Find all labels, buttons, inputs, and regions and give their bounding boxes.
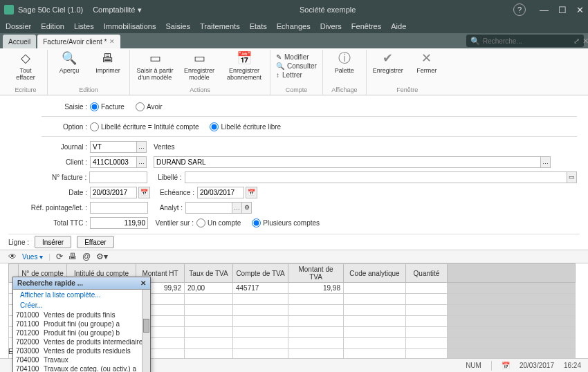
col-quantite[interactable]: Quantité bbox=[406, 264, 448, 283]
minimize-button[interactable]: — bbox=[540, 5, 549, 15]
list-item[interactable]: 701200Produit fini (ou groupe) b bbox=[13, 328, 150, 337]
tout-effacer-button[interactable]: ◇ Tout effacer bbox=[10, 50, 42, 82]
saisie-avoir-radio[interactable]: Avoir bbox=[136, 102, 163, 111]
col-montant-tva[interactable]: Montant de TVA bbox=[288, 264, 344, 283]
date-label: Date : bbox=[42, 189, 90, 196]
saisir-modele-button[interactable]: ▭ Saisir à partir d'un modèle bbox=[136, 50, 174, 82]
apercu-button[interactable]: 🔍 Aperçu bbox=[53, 50, 85, 75]
cell-taux[interactable]: 20,00 bbox=[185, 283, 233, 294]
menu-traitements[interactable]: Traitements bbox=[200, 22, 240, 30]
client-code-input[interactable] bbox=[90, 156, 137, 168]
list-item[interactable]: 704100Travaux de categ. (ou activ.) a bbox=[13, 364, 150, 372]
col-compte-tva[interactable]: Compte de TVA bbox=[233, 264, 288, 283]
analyt-gear-button[interactable]: ⚙ bbox=[241, 202, 252, 214]
tab-label: Accueil bbox=[8, 38, 30, 46]
vues-dropdown[interactable]: Vues ▾ bbox=[22, 253, 43, 261]
menu-aide[interactable]: Aide bbox=[391, 22, 406, 30]
list-item[interactable]: 703000Ventes de produits residuels bbox=[13, 346, 150, 355]
journal-lookup-button[interactable]: … bbox=[136, 141, 147, 153]
tab-accueil[interactable]: Accueil bbox=[3, 35, 36, 48]
analyt-lookup-button[interactable]: … bbox=[232, 202, 242, 214]
search-close-icon[interactable]: ✕ bbox=[582, 37, 588, 46]
total-input[interactable] bbox=[90, 217, 148, 229]
ref-label: Réf. pointage/let. : bbox=[28, 204, 90, 212]
module-switcher[interactable]: Comptabilité ▾ bbox=[93, 6, 142, 15]
journal-code-input[interactable] bbox=[90, 141, 137, 153]
enregistrer-modele-button[interactable]: ▭ Enregistrer modèle bbox=[181, 50, 217, 82]
consulter-button[interactable]: 🔍Consulter bbox=[276, 62, 317, 71]
libelle-expand-button[interactable]: ▭ bbox=[567, 171, 577, 183]
menu-immobilisations[interactable]: Immobilisations bbox=[104, 22, 156, 30]
gear-icon[interactable]: ⚙▾ bbox=[96, 252, 108, 261]
client-lookup-button[interactable]: … bbox=[136, 156, 147, 168]
button-label: Tout effacer bbox=[10, 68, 42, 82]
cell-mtva[interactable]: 19,98 bbox=[288, 283, 344, 294]
client-name-lookup-button[interactable]: … bbox=[540, 156, 551, 168]
refresh-icon[interactable]: ⟳ bbox=[56, 252, 63, 261]
maximize-button[interactable]: ☐ bbox=[558, 5, 567, 15]
plusieurs-comptes-radio[interactable]: Plusieurs comptes bbox=[252, 218, 320, 227]
cell-cptva[interactable]: 445717 bbox=[233, 283, 288, 294]
option-libre-radio[interactable]: Libellé écriture libre bbox=[210, 122, 281, 131]
modifier-button[interactable]: ✎Modifier bbox=[276, 53, 309, 62]
fermer-button[interactable]: ✕ Fermer bbox=[411, 50, 443, 75]
print-icon[interactable]: 🖶 bbox=[68, 252, 77, 261]
menu-listes[interactable]: Listes bbox=[74, 22, 94, 30]
saisie-label: Saisie : bbox=[42, 103, 90, 111]
menu-etats[interactable]: Etats bbox=[250, 22, 267, 30]
analyt-input[interactable] bbox=[185, 202, 232, 214]
effacer-button[interactable]: Effacer bbox=[77, 236, 114, 248]
save-template-icon: ▭ bbox=[191, 50, 208, 66]
imprimer-button[interactable]: 🖶 Imprimer bbox=[92, 50, 124, 75]
list-item[interactable]: 704000Travaux bbox=[13, 355, 150, 364]
eraser-icon: ◇ bbox=[17, 50, 34, 66]
list-item[interactable]: 701100Produit fini (ou groupe) a bbox=[13, 319, 150, 328]
group-label: Affichage bbox=[331, 86, 357, 95]
close-window-button[interactable]: ✕ bbox=[576, 5, 584, 15]
menu-divers[interactable]: Divers bbox=[320, 22, 342, 30]
enregistrer-button[interactable]: ✔ Enregistrer bbox=[372, 50, 404, 75]
ref-input[interactable] bbox=[90, 202, 148, 214]
form-area: Saisie : Facture Avoir Option : Libellé … bbox=[0, 95, 588, 234]
facture-input[interactable] bbox=[89, 171, 147, 183]
dropdown-scrollbar[interactable] bbox=[142, 290, 150, 372]
menu-edition[interactable]: Edition bbox=[41, 22, 64, 30]
lettrer-button[interactable]: ↕Lettrer bbox=[276, 71, 302, 80]
enregistrer-abonnement-button[interactable]: 📅 Enregistrer abonnement bbox=[224, 50, 264, 82]
echeance-calendar-button[interactable]: 📅 bbox=[246, 187, 257, 198]
close-tab-icon[interactable]: ✕ bbox=[109, 38, 115, 45]
list-item[interactable]: 701000Ventes de produits finis bbox=[13, 310, 150, 319]
tab-facture[interactable]: Facture/Avoir client * ✕ bbox=[37, 35, 120, 48]
radio-label: Libellé écriture = Intitulé compte bbox=[101, 123, 199, 131]
option-intitule-radio[interactable]: Libellé écriture = Intitulé compte bbox=[90, 122, 199, 131]
col-taux-tva[interactable]: Taux de TVA bbox=[185, 264, 233, 283]
help-button[interactable]: ? bbox=[513, 3, 526, 16]
global-search[interactable]: 🔍 ⤢ ✕ bbox=[466, 35, 584, 47]
menu-dossier[interactable]: Dossier bbox=[6, 22, 31, 30]
libelle-input[interactable] bbox=[185, 171, 568, 183]
menu-fenetres[interactable]: Fenêtres bbox=[351, 22, 381, 30]
afficher-liste-link[interactable]: Afficher la liste complète... bbox=[13, 290, 150, 300]
view-icon: 🔍 bbox=[276, 62, 284, 70]
inserer-button[interactable]: Insérer bbox=[35, 236, 71, 248]
at-icon[interactable]: @ bbox=[82, 252, 91, 261]
list-item[interactable]: 702000Ventes de produits intermediaires bbox=[13, 337, 150, 346]
search-expand-icon[interactable]: ⤢ bbox=[573, 37, 580, 46]
col-code-analytique[interactable]: Code analytique bbox=[344, 264, 406, 283]
dropdown-close-icon[interactable]: ✕ bbox=[140, 279, 146, 287]
un-compte-radio[interactable]: Un compte bbox=[196, 218, 241, 227]
search-input[interactable] bbox=[483, 37, 571, 45]
creer-link[interactable]: Créer... bbox=[13, 300, 150, 310]
button-label: Enregistrer abonnement bbox=[224, 68, 264, 82]
eye-icon[interactable]: 👁 bbox=[8, 252, 17, 261]
group-label: Fenêtre bbox=[396, 86, 418, 95]
saisie-facture-radio[interactable]: Facture bbox=[90, 102, 125, 111]
echeance-input[interactable] bbox=[197, 187, 244, 198]
date-calendar-button[interactable]: 📅 bbox=[138, 187, 150, 198]
facture-label: N° facture : bbox=[42, 174, 89, 181]
menu-echanges[interactable]: Echanges bbox=[277, 22, 311, 30]
client-name-input[interactable] bbox=[154, 156, 541, 168]
palette-button[interactable]: ⓘ Palette bbox=[329, 50, 360, 75]
menu-saisies[interactable]: Saisies bbox=[166, 22, 190, 30]
date-input[interactable] bbox=[90, 187, 137, 198]
